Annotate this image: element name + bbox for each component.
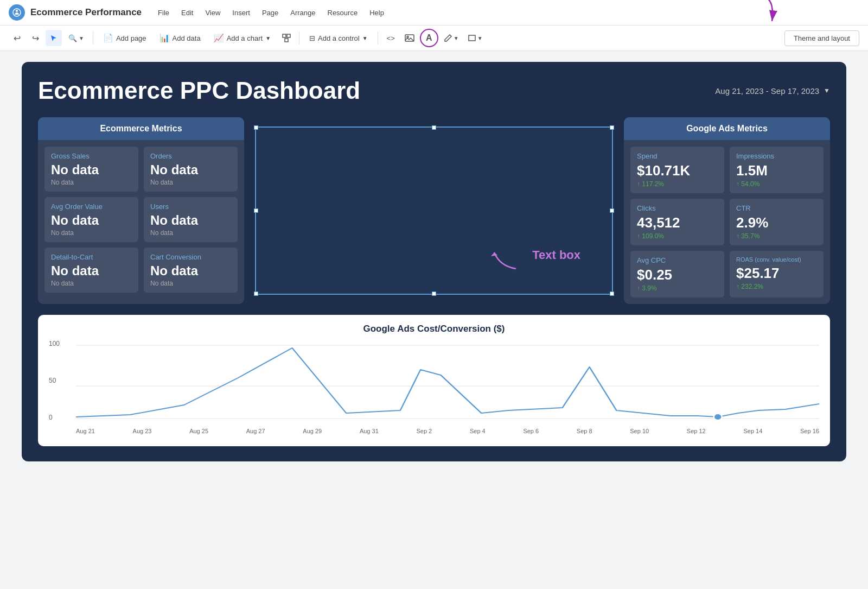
google-metric-card-avg-cpc: Avg CPC $0.25 ↑ 3.9% — [630, 251, 724, 297]
x-label-aug25: Aug 25 — [189, 428, 208, 434]
add-chart-arrow-icon: ▼ — [265, 35, 271, 41]
x-label-sep16: Sep 16 — [800, 428, 819, 434]
metric-card-orders: Orders No data No data — [144, 147, 238, 192]
chart-panel: Google Ads Cost/Conversion ($) 100 50 0 — [38, 315, 830, 446]
date-range-selector[interactable]: Aug 21, 2023 - Sep 17, 2023 ▼ — [715, 86, 830, 96]
menu-insert[interactable]: Insert — [227, 7, 256, 19]
date-range-arrow-icon: ▼ — [824, 87, 830, 94]
text-tool-button[interactable]: A — [420, 29, 438, 47]
rect-button[interactable]: ▼ — [464, 30, 486, 46]
metric-sub: No data — [51, 179, 132, 186]
pen-button[interactable]: ▼ — [441, 30, 462, 46]
google-metric-change: ↑ 3.9% — [637, 284, 718, 292]
y-label-0: 0 — [49, 414, 60, 421]
x-label-aug31: Aug 31 — [360, 428, 379, 434]
metric-sub: No data — [51, 229, 132, 237]
metric-value: No data — [51, 162, 132, 178]
google-metric-card-impressions: Impressions 1.5M ↑ 54.0% — [730, 147, 824, 193]
center-panel: Text box — [255, 117, 613, 304]
add-data-button[interactable]: 📊 Add data — [154, 30, 206, 46]
google-metric-change: ↑ 232.2% — [736, 283, 817, 290]
handle-tl[interactable] — [254, 125, 258, 130]
metric-card-gross-sales: Gross Sales No data No data — [44, 147, 138, 192]
metric-card-cart-conversion: Cart Conversion No data No data — [144, 248, 238, 293]
ecommerce-metrics-panel: Ecommerce Metrics Gross Sales No data No… — [38, 117, 244, 304]
svg-rect-3 — [287, 34, 290, 37]
menu-help[interactable]: Help — [364, 7, 390, 19]
google-metric-card-ctr: CTR 2.9% ↑ 35.7% — [730, 199, 824, 245]
google-metric-value: $0.25 — [637, 267, 718, 283]
zoom-arrow-icon: ▼ — [79, 35, 84, 41]
handle-tr[interactable] — [610, 125, 614, 130]
google-metric-card-roas: ROAS (conv. value/cost) $25.17 ↑ 232.2% — [730, 251, 824, 297]
add-chart-icon: 📈 — [214, 33, 224, 43]
metric-sub: No data — [51, 280, 132, 287]
x-label-aug21: Aug 21 — [76, 428, 95, 434]
menu-edit[interactable]: Edit — [176, 7, 199, 19]
google-metric-value: $25.17 — [736, 265, 817, 282]
menu-resource[interactable]: Resource — [322, 7, 363, 19]
metric-label: Cart Conversion — [150, 253, 231, 261]
handle-ml[interactable] — [254, 208, 258, 213]
menu-page[interactable]: Page — [257, 7, 284, 19]
date-range-text: Aug 21, 2023 - Sep 17, 2023 — [715, 86, 819, 96]
google-metric-value: 1.5M — [736, 162, 817, 179]
google-metric-label: Spend — [637, 152, 718, 160]
google-metric-label: Clicks — [637, 204, 718, 212]
x-label-sep12: Sep 12 — [687, 428, 706, 434]
metric-value: No data — [150, 213, 231, 228]
add-page-icon: 📄 — [103, 33, 113, 43]
text-box-arrow-icon — [483, 239, 527, 271]
google-metric-label: Avg CPC — [637, 256, 718, 264]
metric-value: No data — [150, 162, 231, 178]
handle-mr[interactable] — [610, 208, 614, 213]
svg-point-13 — [714, 414, 722, 420]
theme-layout-button[interactable]: Theme and layout — [784, 30, 859, 46]
dashboard-title: Ecommerce PPC Dashboard — [38, 77, 360, 104]
google-metric-change: ↑ 109.0% — [637, 232, 718, 240]
add-data-icon: 📊 — [159, 33, 170, 43]
x-label-sep10: Sep 10 — [630, 428, 649, 434]
menu-file[interactable]: File — [152, 7, 175, 19]
cursor-tool-button[interactable] — [46, 30, 62, 46]
google-metric-change: ↑ 35.7% — [736, 232, 817, 240]
google-metric-value: 43,512 — [637, 214, 718, 231]
google-metric-label: ROAS (conv. value/cost) — [736, 256, 817, 263]
dashboard-container: Ecommerce PPC Dashboard Aug 21, 2023 - S… — [22, 62, 846, 461]
code-button[interactable]: <> — [382, 31, 399, 45]
menu-bar: File Edit View Insert Page Arrange Resou… — [152, 7, 390, 19]
zoom-icon: 🔍 — [68, 34, 77, 42]
svg-rect-2 — [283, 34, 286, 37]
handle-b[interactable] — [432, 292, 436, 296]
text-box-label: Text box — [532, 248, 580, 262]
redo-button[interactable]: ↪ — [27, 30, 43, 46]
zoom-button[interactable]: 🔍 ▼ — [64, 31, 88, 45]
x-label-aug23: Aug 23 — [133, 428, 152, 434]
metric-card-detail-to-cart: Detail-to-Cart No data No data — [44, 248, 138, 293]
google-metric-value: 2.9% — [736, 214, 817, 231]
add-control-button[interactable]: ⊟ Add a control ▼ — [304, 31, 373, 45]
metric-card-avg-order-value: Avg Order Value No data No data — [44, 197, 138, 242]
google-metric-change: ↑ 117.2% — [637, 180, 718, 188]
add-page-button[interactable]: 📄 Add page — [98, 30, 152, 46]
google-metric-card-spend: Spend $10.71K ↑ 117.2% — [630, 147, 724, 193]
add-chart-button[interactable]: 📈 Add a chart ▼ — [208, 30, 276, 46]
undo-button[interactable]: ↩ — [9, 30, 25, 46]
slider-icon: ⊟ — [309, 34, 315, 42]
google-metric-change: ↑ 54.0% — [736, 180, 817, 188]
svg-point-1 — [16, 10, 18, 12]
x-label-sep6: Sep 6 — [523, 428, 539, 434]
menu-view[interactable]: View — [200, 7, 226, 19]
handle-br[interactable] — [610, 292, 614, 296]
text-box-annotation: Text box — [483, 239, 580, 271]
menu-arrange[interactable]: Arrange — [285, 7, 321, 19]
google-ads-metrics-panel: Google Ads Metrics Spend $10.71K ↑ 117.2… — [624, 117, 830, 304]
google-metric-card-clicks: Clicks 43,512 ↑ 109.0% — [630, 199, 724, 245]
image-button[interactable] — [401, 30, 418, 46]
group-button[interactable] — [278, 30, 295, 46]
handle-t[interactable] — [432, 125, 436, 130]
ecommerce-metrics-header: Ecommerce Metrics — [38, 117, 244, 140]
metric-label: Detail-to-Cart — [51, 253, 132, 261]
handle-bl[interactable] — [254, 292, 258, 296]
x-label-sep4: Sep 4 — [470, 428, 486, 434]
